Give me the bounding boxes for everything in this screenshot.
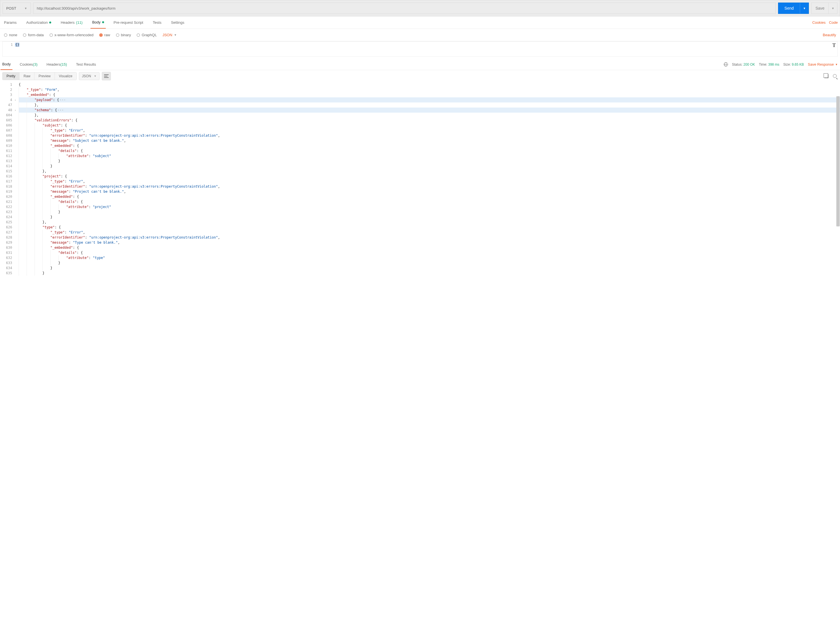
tab-body[interactable]: Body: [91, 16, 106, 28]
resp-tab-body[interactable]: Body: [0, 59, 12, 70]
fold-icon[interactable]: ›: [14, 98, 16, 103]
code-line: "project": {: [19, 174, 840, 179]
code-line: "_embedded": {: [19, 143, 840, 148]
copy-icon[interactable]: [824, 74, 828, 78]
radio-binary[interactable]: binary: [116, 33, 131, 37]
resp-tab-testresults[interactable]: Test Results: [74, 59, 98, 70]
status-stat: Status: 200 OK: [732, 63, 755, 67]
radio-icon: [137, 33, 140, 37]
save-button[interactable]: Save ▼: [811, 3, 837, 14]
request-body-editor[interactable]: 1 {} T: [2, 41, 838, 56]
code-line: }: [19, 158, 840, 164]
radio-icon: [23, 33, 26, 37]
body-lang-select[interactable]: JSON▼: [162, 33, 177, 37]
tab-prerequest[interactable]: Pre-request Script: [112, 16, 145, 28]
request-bar: POST ▼ http://localhost:3000/api/v3/work…: [0, 0, 840, 16]
http-method-select[interactable]: POST ▼: [3, 3, 31, 14]
code-line: "_embedded": {: [19, 92, 840, 97]
status-dot-icon: [102, 21, 104, 23]
chevron-down-icon: ▼: [832, 7, 834, 10]
code-line: }: [19, 266, 840, 271]
url-value: http://localhost:3000/api/v3/work_packag…: [37, 6, 116, 11]
view-preview[interactable]: Preview: [34, 72, 55, 80]
fold-icon[interactable]: ›: [14, 108, 16, 113]
chevron-down-icon: ▼: [24, 7, 27, 10]
chevron-down-icon: ▼: [803, 7, 806, 10]
url-input[interactable]: http://localhost:3000/api/v3/work_packag…: [33, 3, 776, 14]
code-line: "message": "Type can't be blank.",: [19, 240, 840, 245]
scrollbar-thumb[interactable]: [836, 96, 840, 226]
beautify-link[interactable]: Beautify: [823, 33, 836, 37]
tab-headers[interactable]: Headers (11): [59, 16, 84, 28]
response-format-select[interactable]: JSON▼: [79, 72, 100, 80]
code-line: "attribute": "project": [19, 204, 840, 210]
wrap-icon: [104, 74, 109, 78]
view-mode-segment: Pretty Raw Preview Visualize: [2, 72, 77, 80]
code-line: "schema": {···: [19, 108, 840, 113]
radio-icon: [50, 33, 53, 37]
view-pretty[interactable]: Pretty: [3, 72, 20, 80]
code-line: "_type": "Error",: [19, 230, 840, 235]
response-gutter: 1234›4748›604605606607608609610611612613…: [0, 82, 14, 275]
code-line: "attribute": "type": [19, 255, 840, 260]
code-line: }: [19, 260, 840, 266]
radio-graphql[interactable]: GraphQL: [137, 33, 157, 37]
code-line: "errorIdentifier": "urn:openproject-org:…: [19, 184, 840, 189]
code-line: "_embedded": {: [19, 194, 840, 199]
radio-raw[interactable]: raw: [99, 33, 110, 37]
chevron-down-icon: ▼: [94, 75, 97, 78]
chevron-down-icon: ▼: [835, 63, 838, 66]
globe-icon[interactable]: [724, 62, 728, 67]
search-icon[interactable]: [833, 74, 837, 78]
code-line: "errorIdentifier": "urn:openproject-org:…: [19, 235, 840, 240]
code-line: },: [19, 102, 840, 108]
wrap-lines-button[interactable]: [102, 72, 111, 80]
tab-settings[interactable]: Settings: [169, 16, 186, 28]
code-line: "type": {: [19, 225, 840, 230]
response-tabs: Body Cookies (3) Headers (15) Test Resul…: [0, 59, 840, 70]
code-line: "validationErrors": {: [19, 118, 840, 123]
code-link[interactable]: Code: [829, 20, 838, 25]
size-stat: Size: 9.65 KB: [784, 63, 804, 67]
editor-code[interactable]: {}: [15, 42, 837, 56]
radio-urlencoded[interactable]: x-www-form-urlencoded: [50, 33, 94, 37]
code-line: "_embedded": {: [19, 245, 840, 250]
radio-formdata[interactable]: form-data: [23, 33, 44, 37]
code-line: },: [19, 113, 840, 118]
resp-tab-cookies[interactable]: Cookies (3): [18, 59, 39, 70]
radio-icon: [4, 33, 7, 37]
save-dropdown[interactable]: ▼: [828, 3, 837, 14]
radio-icon: [116, 33, 119, 37]
code-line: "details": {: [19, 148, 840, 153]
code-line: {: [19, 82, 840, 87]
tab-authorization[interactable]: Authorization: [25, 16, 53, 28]
code-line: "payload": {···: [19, 97, 840, 102]
editor-gutter: 1: [3, 42, 15, 56]
cookies-link[interactable]: Cookies: [812, 20, 826, 25]
response-code[interactable]: {"_type": "Form","_embedded": {"payload"…: [14, 82, 840, 275]
resp-tab-headers[interactable]: Headers (15): [45, 59, 69, 70]
tab-params[interactable]: Params: [2, 16, 19, 28]
code-line: "subject": {: [19, 123, 840, 128]
code-line: }: [19, 210, 840, 214]
request-tabs: Params Authorization Headers (11) Body P…: [0, 16, 840, 29]
code-line: "attribute": "subject": [19, 153, 840, 158]
response-body-viewer[interactable]: 1234›4748›604605606607608609610611612613…: [0, 82, 840, 275]
response-toolbar: Pretty Raw Preview Visualize JSON▼: [0, 70, 840, 82]
code-line: }: [19, 164, 840, 169]
status-dot-icon: [49, 22, 51, 23]
chevron-down-icon: ▼: [174, 33, 177, 36]
view-raw[interactable]: Raw: [20, 72, 34, 80]
send-dropdown[interactable]: ▼: [800, 3, 809, 14]
save-label: Save: [812, 6, 828, 11]
send-button[interactable]: Send ▼: [778, 3, 809, 14]
code-line: "details": {: [19, 250, 840, 255]
view-visualize[interactable]: Visualize: [55, 72, 77, 80]
radio-none[interactable]: none: [4, 33, 17, 37]
code-line: "errorIdentifier": "urn:openproject-org:…: [19, 133, 840, 138]
code-line: "details": {: [19, 199, 840, 204]
save-response-link[interactable]: Save Response▼: [808, 62, 838, 67]
tab-tests[interactable]: Tests: [151, 16, 163, 28]
code-line: "message": "Subject can't be blank.",: [19, 138, 840, 143]
code-line: "_type": "Form",: [19, 87, 840, 92]
